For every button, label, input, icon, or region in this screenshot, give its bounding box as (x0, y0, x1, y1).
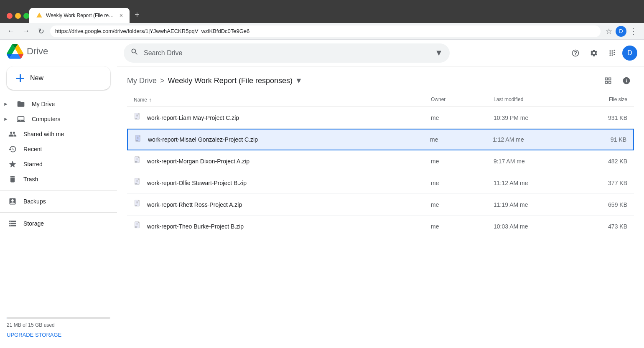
main-content: ▼ D My Drive > (117, 40, 644, 348)
starred-label: Starred (23, 161, 43, 168)
browser-user-avatar[interactable]: D (616, 26, 626, 37)
file-size: 377 KB (577, 180, 627, 186)
window-maximize-button[interactable] (23, 13, 29, 19)
file-size: 482 KB (577, 158, 627, 165)
zip-file-icon: ZIP (135, 135, 143, 145)
breadcrumb-current: Weekly Work Report (File responses) ▼ (168, 76, 303, 85)
url-bar[interactable]: https://drive.google.com/drive/folders/1… (50, 25, 601, 37)
sidebar-item-my-drive[interactable]: ► My Drive (0, 97, 110, 112)
svg-text:ZIP: ZIP (135, 226, 137, 228)
file-name-text: work-report-Theo Burke-Project B.zip (147, 223, 244, 230)
forward-button[interactable]: → (20, 25, 32, 37)
zip-file-icon: ZIP (134, 178, 142, 188)
back-button[interactable]: ← (5, 25, 17, 37)
breadcrumb-root[interactable]: My Drive (127, 76, 157, 85)
my-drive-icon (17, 100, 25, 108)
zip-file-icon: ZIP (134, 221, 142, 231)
storage-label: Storage (23, 220, 44, 227)
sidebar-divider-2 (0, 212, 117, 213)
sidebar-item-trash[interactable]: Trash (0, 172, 110, 187)
zip-file-icon: ZIP (134, 112, 142, 123)
breadcrumb-current-text: Weekly Work Report (File responses) (168, 76, 293, 85)
trash-label: Trash (23, 176, 38, 183)
table-row[interactable]: ZIP work-report-Misael Gonzalez-Project … (127, 129, 634, 150)
backups-icon (8, 197, 17, 206)
file-table-body: ZIP work-report-Liam May-Project C.zip m… (127, 107, 634, 237)
name-column-label: Name (134, 97, 147, 103)
window-minimize-button[interactable] (15, 13, 21, 19)
table-header: Name ↑ Owner Last modified File size (127, 93, 634, 107)
sidebar-divider (0, 190, 117, 191)
computers-icon (17, 115, 25, 123)
content-area: My Drive > Weekly Work Report (File resp… (117, 66, 644, 348)
table-row[interactable]: ZIP work-report-Morgan Dixon-Project A.z… (127, 150, 634, 172)
column-header-name[interactable]: Name ↑ (134, 97, 431, 103)
table-row[interactable]: ZIP work-report-Rhett Ross-Project A.zip… (127, 194, 634, 216)
file-name-cell: ZIP work-report-Rhett Ross-Project A.zip (134, 199, 431, 210)
apps-button[interactable] (604, 45, 621, 61)
file-name-cell: ZIP work-report-Misael Gonzalez-Project … (135, 135, 430, 145)
table-row[interactable]: ZIP work-report-Ollie Stewart-Project B.… (127, 172, 634, 194)
sidebar-navigation: ► My Drive ► Computers (0, 97, 117, 310)
zip-file-icon: ZIP (134, 156, 142, 166)
table-row[interactable]: ZIP work-report-Liam May-Project C.zip m… (127, 107, 634, 129)
drive-logo: Drive (0, 43, 117, 63)
column-header-file-size[interactable]: File size (577, 97, 627, 103)
sidebar-item-recent[interactable]: Recent (0, 142, 110, 157)
sidebar-item-shared[interactable]: Shared with me (0, 127, 110, 142)
browser-menu-button[interactable]: ⋮ (628, 25, 639, 38)
tab-favicon-icon (36, 12, 43, 19)
refresh-button[interactable]: ↻ (35, 25, 47, 37)
file-modified: 11:12 AM me (494, 180, 577, 186)
file-modified: 10:03 AM me (494, 223, 577, 230)
file-name-cell: ZIP work-report-Ollie Stewart-Project B.… (134, 178, 431, 188)
table-row[interactable]: ZIP work-report-Theo Burke-Project B.zip… (127, 216, 634, 237)
file-name-text: work-report-Liam May-Project C.zip (147, 114, 239, 121)
grid-view-button[interactable] (601, 73, 616, 88)
settings-button[interactable] (585, 45, 602, 61)
sidebar: Drive New ► My Drive ► (0, 40, 117, 348)
file-owner: me (431, 180, 494, 186)
new-tab-button[interactable]: + (131, 8, 143, 21)
browser-action-buttons: ☆ D ⋮ (604, 25, 639, 38)
window-close-button[interactable] (7, 13, 13, 19)
breadcrumb-dropdown-icon[interactable]: ▼ (295, 76, 303, 85)
storage-section: 21 MB of 15 GB used UPGRADE STORAGE (0, 310, 117, 345)
storage-used-text: 21 MB of 15 GB used (7, 322, 110, 328)
zip-file-icon: ZIP (134, 199, 142, 210)
sidebar-item-computers[interactable]: ► Computers (0, 112, 110, 127)
sidebar-item-backups[interactable]: Backups (0, 194, 110, 209)
file-size: 473 KB (577, 223, 627, 230)
sidebar-item-storage[interactable]: Storage (0, 216, 110, 231)
column-header-last-modified[interactable]: Last modified (494, 97, 577, 103)
shared-with-me-icon (8, 130, 17, 138)
bookmark-button[interactable]: ☆ (604, 25, 614, 38)
drive-logo-text: Drive (27, 46, 48, 57)
sidebar-item-starred[interactable]: Starred (0, 157, 110, 172)
file-owner: me (431, 223, 494, 230)
upgrade-storage-button[interactable]: UPGRADE STORAGE (7, 332, 61, 338)
window-controls (7, 13, 29, 19)
svg-text:ZIP: ZIP (135, 205, 137, 206)
file-modified: 1:12 AM me (493, 136, 576, 143)
search-dropdown-icon[interactable]: ▼ (435, 48, 443, 58)
new-button[interactable]: New (7, 66, 110, 90)
user-avatar[interactable]: D (622, 46, 637, 61)
search-bar[interactable]: ▼ (124, 43, 450, 63)
storage-icon (8, 219, 17, 228)
view-toggle (601, 73, 634, 88)
computers-label: Computers (32, 116, 60, 122)
tab-close-button[interactable]: × (120, 12, 123, 19)
search-input[interactable] (144, 49, 430, 57)
drive-logo-icon (7, 43, 23, 60)
help-button[interactable] (567, 45, 584, 61)
file-owner: me (430, 136, 493, 143)
active-tab[interactable]: Weekly Work Report (File respo... × (29, 8, 130, 23)
column-header-owner[interactable]: Owner (431, 97, 494, 103)
info-button[interactable] (619, 73, 634, 88)
browser-address-bar: ← → ↻ https://drive.google.com/drive/fol… (0, 23, 644, 40)
file-name-text: work-report-Misael Gonzalez-Project C.zi… (148, 136, 258, 143)
browser-tabs: Weekly Work Report (File respo... × + (29, 8, 143, 23)
url-text: https://drive.google.com/drive/folders/1… (55, 28, 249, 34)
breadcrumb-separator: > (160, 76, 165, 85)
